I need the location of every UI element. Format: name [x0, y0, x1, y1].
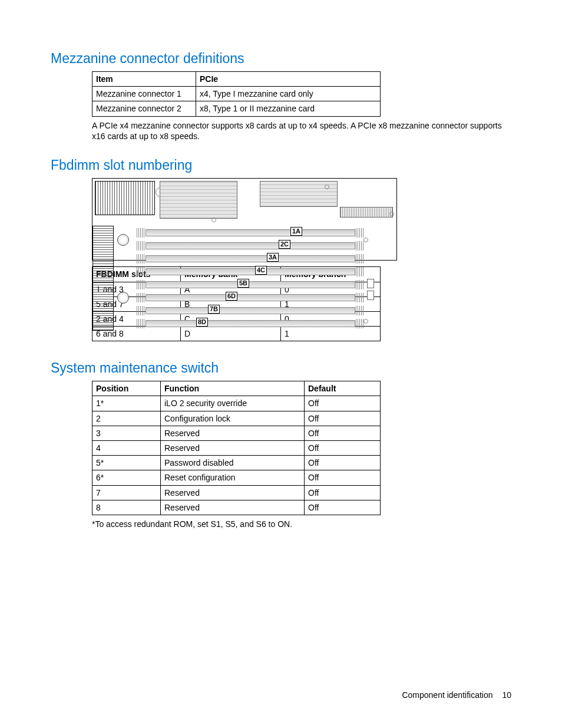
grill-icon — [95, 181, 155, 215]
cell: 5* — [92, 456, 161, 470]
dimm-label: 6D — [226, 292, 237, 301]
cell: Off — [305, 411, 381, 426]
cell: 2 — [92, 411, 161, 426]
cell: Off — [305, 500, 381, 515]
cell: x4, Type I mezzanine card only — [196, 87, 381, 101]
cell: Off — [305, 426, 381, 440]
dimm-label: 5B — [237, 279, 249, 288]
table-row: 1*iLO 2 security overrideOff — [92, 396, 381, 411]
cell: Off — [305, 470, 381, 485]
page-footer: Component identification 10 — [402, 690, 511, 700]
dimm-label: 4C — [255, 266, 267, 275]
footer-page-number: 10 — [502, 690, 511, 700]
heading-sms: System maintenance switch — [51, 360, 511, 376]
grill-icon — [92, 226, 114, 331]
page: Mezzanine connector definitions Item PCI… — [0, 0, 562, 728]
hole-icon — [389, 212, 394, 216]
cell: Off — [305, 485, 381, 500]
mezzanine-table: Item PCIe Mezzanine connector 1 x4, Type… — [92, 71, 381, 117]
table-row: 3ReservedOff — [92, 426, 381, 440]
heading-mezzanine: Mezzanine connector definitions — [51, 51, 511, 67]
footer-section: Component identification — [402, 690, 492, 700]
table-row: 8ReservedOff — [92, 500, 381, 515]
misc-icon — [367, 291, 374, 300]
misc-icon — [367, 279, 374, 288]
dimm-label: 2C — [279, 240, 290, 249]
cell: iLO 2 security override — [161, 396, 305, 411]
table-header-row: Position Function Default — [92, 381, 381, 396]
cell: Reserved — [161, 500, 305, 515]
cell: Reserved — [161, 441, 305, 456]
hole-icon — [363, 238, 368, 242]
cell: Mezzanine connector 1 — [92, 87, 196, 101]
cell: 4 — [92, 441, 161, 456]
dimm-label: 1A — [290, 227, 302, 236]
dimm-label: 3A — [267, 253, 279, 262]
heading-fbdimm: Fbdimm slot numbering — [51, 157, 511, 173]
dimm-slots: 1A 2C 3A 4C 5B 6D 7B 8D — [137, 227, 355, 331]
table-header-row: Item PCIe — [92, 72, 381, 87]
cell: Password disabled — [161, 456, 305, 470]
cell: Reserved — [161, 426, 305, 440]
hole-icon — [211, 218, 216, 222]
col-header: PCIe — [196, 72, 381, 87]
cell: 6* — [92, 470, 161, 485]
cell: Mezzanine connector 2 — [92, 101, 196, 116]
col-header: Position — [92, 381, 161, 396]
cell: 3 — [92, 426, 161, 440]
col-header: Default — [305, 381, 381, 396]
cell: Off — [305, 456, 381, 470]
cell: Off — [305, 441, 381, 456]
table-row: 6*Reset configurationOff — [92, 470, 381, 485]
dimm-label: 7B — [208, 305, 220, 314]
mezzanine-note: A PCIe x4 mezzanine connector supports x… — [92, 120, 511, 143]
table-row: 4ReservedOff — [92, 441, 381, 456]
table-row: Mezzanine connector 2 x8, Type 1 or II m… — [92, 101, 381, 116]
cell: Reserved — [161, 485, 305, 500]
cell: Configuration lock — [161, 411, 305, 426]
sms-block: Position Function Default 1*iLO 2 securi… — [92, 381, 511, 530]
table-row: 5*Password disabledOff — [92, 456, 381, 470]
fbdimm-diagram: 1A 2C 3A 4C 5B 6D 7B 8D — [92, 178, 397, 261]
cell: 1* — [92, 396, 161, 411]
connector-block — [340, 207, 393, 218]
cell: 8 — [92, 500, 161, 515]
sms-note: *To access redundant ROM, set S1, S5, an… — [92, 519, 511, 530]
table-row: 7ReservedOff — [92, 485, 381, 500]
col-header: Function — [161, 381, 305, 396]
component-block — [160, 181, 237, 219]
cell: Reset configuration — [161, 470, 305, 485]
table-row: 2Configuration lockOff — [92, 411, 381, 426]
cell: Off — [305, 396, 381, 411]
mezzanine-block: Item PCIe Mezzanine connector 1 x4, Type… — [92, 71, 511, 142]
dimm-label: 8D — [196, 318, 208, 327]
diagram-top — [95, 181, 392, 219]
fan-icon — [117, 234, 129, 246]
cell: 7 — [92, 485, 161, 500]
cell: x8, Type 1 or II mezzanine card — [196, 101, 381, 116]
col-header: Item — [92, 72, 196, 87]
table-row: Mezzanine connector 1 x4, Type I mezzani… — [92, 87, 381, 101]
sms-table: Position Function Default 1*iLO 2 securi… — [92, 381, 381, 515]
